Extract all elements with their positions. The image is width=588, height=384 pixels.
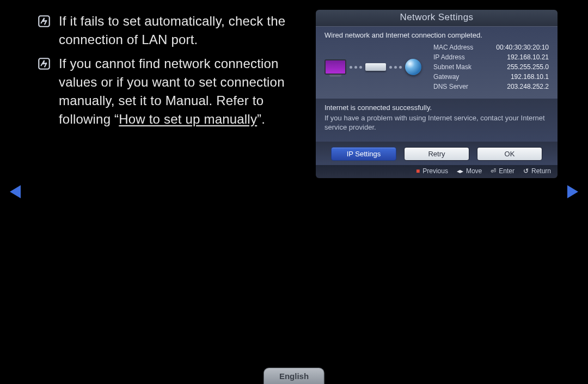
red-dot-icon: ■	[416, 167, 420, 175]
howto-link[interactable]: How to set up manually	[119, 112, 257, 126]
note-icon	[37, 57, 51, 71]
network-info: MAC Address00:40:30:30:20:10 IP Address1…	[433, 42, 549, 92]
ok-button[interactable]: OK	[477, 147, 542, 161]
router-icon	[365, 63, 386, 71]
connection-status: Wired network and Internet connection co…	[324, 31, 549, 39]
panel-title: Network Settings	[316, 10, 558, 27]
return-icon: ↺	[523, 167, 529, 175]
language-tab[interactable]: English	[264, 368, 324, 384]
retry-button[interactable]: Retry	[404, 147, 469, 161]
note-text-1: If it fails to set automatically, check …	[59, 12, 304, 49]
hint-bar: ■Previous ◂▸Move ⏎Enter ↺Return	[316, 165, 558, 178]
tv-icon	[324, 59, 346, 75]
help-message: If you have a problem with using Interne…	[324, 113, 549, 132]
move-icon: ◂▸	[457, 167, 463, 175]
note-icon	[37, 14, 51, 28]
network-settings-panel: Network Settings Wired network and Inter…	[316, 10, 558, 178]
topology-diagram	[324, 59, 433, 75]
ip-settings-button[interactable]: IP Settings	[331, 147, 396, 161]
enter-icon: ⏎	[491, 167, 496, 175]
page-prev-button[interactable]	[10, 185, 21, 198]
success-message: Internet is connected successfully.	[324, 103, 549, 112]
globe-icon	[405, 59, 421, 75]
note-text-2: If you cannot find network connection va…	[59, 54, 304, 129]
page-next-button[interactable]	[567, 185, 578, 198]
